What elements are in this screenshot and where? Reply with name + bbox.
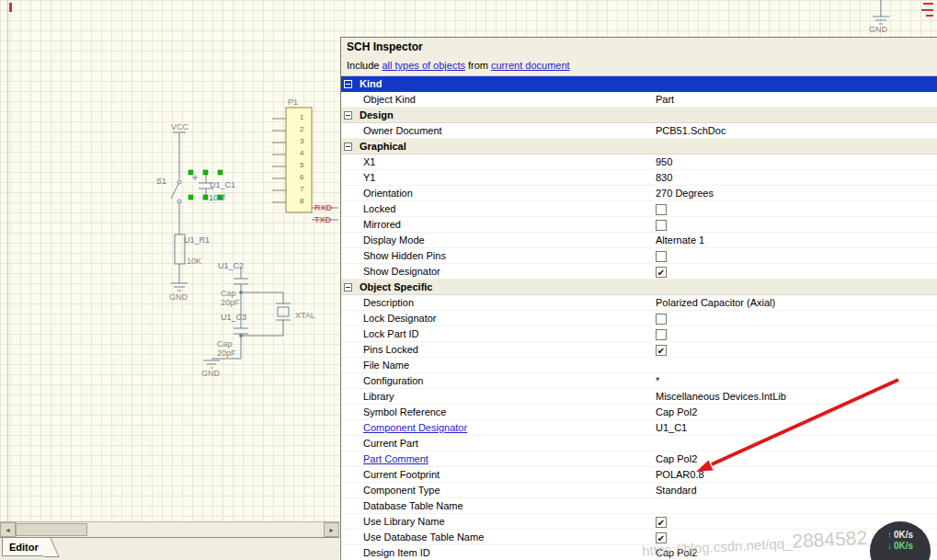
section-header-object-specific[interactable]: Object Specific: [341, 280, 937, 295]
upload-speed-value: 0K/s: [894, 530, 913, 541]
pin-number: 7: [300, 185, 303, 193]
altium-schematic-window: VCCS1U1_C110ufP1RXDTXDU1_R110KGNDU1_C2Ca…: [0, 0, 937, 560]
property-label: Component Type: [341, 485, 656, 496]
property-row-component-type: Component TypeStandard: [341, 483, 937, 498]
include-prefix: Include: [347, 60, 379, 71]
property-row-x1: X1950: [341, 154, 937, 170]
property-value[interactable]: ✔: [656, 343, 937, 355]
property-value[interactable]: [656, 202, 937, 214]
property-row-owner-document: Owner DocumentPCB51.SchDoc: [341, 123, 937, 139]
scroll-track[interactable]: [87, 522, 324, 537]
property-value[interactable]: U1_C1: [656, 422, 937, 433]
section-label: Graphical: [360, 141, 406, 152]
property-value[interactable]: Cap Pol2: [656, 453, 937, 464]
property-label: Display Mode: [341, 234, 656, 246]
property-row-component-designator: Component DesignatorU1_C1: [341, 420, 937, 436]
checkbox[interactable]: ✔: [656, 345, 667, 356]
property-value[interactable]: PCB51.SchDoc: [656, 125, 937, 136]
property-value[interactable]: Part: [656, 94, 937, 105]
property-label: Symbol Reference: [341, 406, 656, 417]
section-header-design[interactable]: Design: [341, 108, 937, 123]
collapse-icon[interactable]: [344, 283, 352, 291]
property-link-label[interactable]: Part Comment: [341, 453, 656, 464]
collapse-icon[interactable]: [344, 80, 352, 88]
property-label: Pins Locked: [341, 344, 656, 355]
property-label: Library: [341, 391, 656, 402]
property-label: Mirrored: [341, 219, 656, 230]
panel-title: SCH Inspector: [341, 38, 937, 56]
checkbox[interactable]: ✔: [656, 267, 667, 278]
property-row-object-kind: Object KindPart: [341, 92, 937, 108]
scroll-thumb[interactable]: [16, 523, 87, 536]
property-label: Current Footprint: [341, 469, 656, 480]
property-row-library: LibraryMiscellaneous Devices.IntLib: [341, 389, 937, 405]
checkbox[interactable]: [656, 314, 667, 325]
include-middle: from: [468, 60, 488, 71]
checkbox[interactable]: ✔: [656, 532, 667, 543]
property-label: Y1: [341, 172, 656, 183]
property-value[interactable]: [656, 312, 937, 324]
property-label: Database Table Name: [341, 500, 656, 511]
property-value[interactable]: POLAR0.8: [656, 469, 937, 480]
property-value[interactable]: Polarized Capacitor (Axial): [656, 297, 937, 308]
pin-number: 6: [300, 173, 303, 181]
property-row-file-name: File Name: [341, 358, 937, 373]
tab-editor-label: Editor: [9, 542, 39, 553]
include-scope-link[interactable]: current document: [491, 60, 570, 71]
property-value[interactable]: Standard: [656, 485, 937, 496]
download-speed-value: 0K/s: [894, 541, 913, 552]
property-row-mirrored: Mirrored: [341, 217, 937, 233]
document-tab-bar: Editor: [0, 537, 339, 560]
section-header-graphical[interactable]: Graphical: [341, 139, 937, 154]
property-value[interactable]: [656, 249, 937, 261]
checkbox[interactable]: [656, 251, 667, 262]
horizontal-scrollbar[interactable]: ◄ ►: [0, 521, 339, 537]
property-value[interactable]: 830: [656, 172, 937, 183]
tab-editor[interactable]: Editor: [2, 538, 46, 556]
property-value[interactable]: [656, 327, 937, 339]
collapse-icon[interactable]: [344, 111, 352, 120]
property-row-description: DescriptionPolarized Capacitor (Axial): [341, 295, 937, 311]
property-label: Object Kind: [341, 94, 656, 105]
sch-inspector-panel: SCH Inspector Includeall types of object…: [340, 37, 937, 560]
property-row-locked: Locked: [341, 201, 937, 217]
checkbox[interactable]: ✔: [656, 517, 667, 528]
scroll-left-button[interactable]: ◄: [0, 522, 16, 537]
checkbox[interactable]: [656, 220, 667, 231]
property-row-lock-designator: Lock Designator: [341, 311, 937, 326]
property-label: Use Library Name: [341, 516, 656, 527]
property-link-label[interactable]: Component Designator: [341, 422, 656, 433]
sheet-border: [7, 0, 8, 521]
collapse-icon[interactable]: [344, 143, 352, 151]
property-value[interactable]: Cap Pol2: [656, 406, 937, 417]
property-label: Lock Designator: [341, 313, 656, 324]
property-row-design-item-id: Design Item IDCap Pol2: [341, 545, 937, 560]
checkbox[interactable]: [656, 329, 667, 340]
scroll-right-button[interactable]: ►: [324, 522, 339, 537]
property-label: X1: [341, 156, 656, 167]
property-row-configuration: Configuration*: [341, 373, 937, 389]
property-label: Locked: [341, 203, 656, 214]
pin-number: 4: [300, 149, 303, 157]
property-value[interactable]: *: [656, 375, 937, 386]
property-value[interactable]: [656, 218, 937, 230]
property-row-orientation: Orientation270 Degrees: [341, 186, 937, 201]
checkbox[interactable]: [656, 204, 667, 215]
property-grid: KindObject KindPartDesignOwner DocumentP…: [341, 76, 937, 560]
property-value[interactable]: ✔: [656, 265, 937, 277]
property-label: Current Part: [341, 438, 656, 449]
property-row-lock-part-id: Lock Part ID: [341, 326, 937, 342]
property-value[interactable]: 270 Degrees: [656, 188, 937, 199]
property-label: Design Item ID: [341, 547, 656, 558]
property-label: Show Hidden Pins: [341, 250, 656, 261]
section-header-kind[interactable]: Kind: [341, 76, 937, 92]
property-value[interactable]: Miscellaneous Devices.IntLib: [656, 391, 937, 402]
property-value[interactable]: 950: [656, 156, 937, 167]
include-object-types-link[interactable]: all types of objects: [382, 60, 465, 71]
section-label: Design: [360, 109, 394, 120]
property-row-show-designator: Show Designator✔: [341, 264, 937, 280]
property-value[interactable]: Alternate 1: [656, 234, 937, 246]
property-label: Owner Document: [341, 125, 656, 136]
pin-number: 5: [300, 161, 303, 169]
property-row-pins-locked: Pins Locked✔: [341, 342, 937, 358]
